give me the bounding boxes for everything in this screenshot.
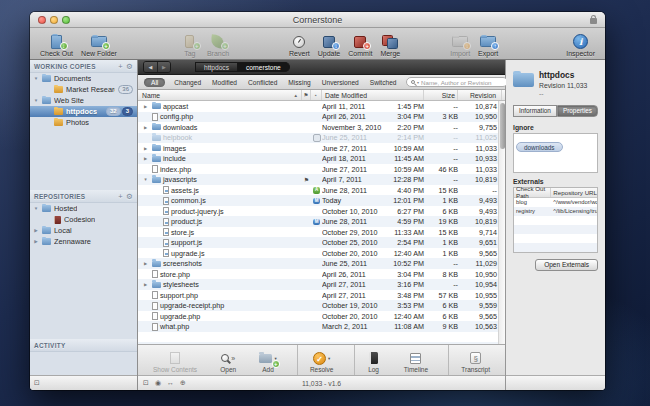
- sidebar-item[interactable]: Local: [30, 225, 137, 236]
- link-icon[interactable]: ⊕: [180, 379, 186, 387]
- breadcrumb-item[interactable]: cornerstone: [238, 62, 290, 72]
- action-button[interactable]: Show Contents: [150, 345, 200, 375]
- table-row[interactable]: upgrade.js October 20, 2010 12:40 AM 1 K…: [138, 248, 505, 259]
- external-row[interactable]: registry ^/lib/Licensing/trunk/p: [514, 207, 597, 216]
- add-repository-button[interactable]: +: [118, 192, 123, 201]
- toolbar-button[interactable]: + New Folder: [77, 28, 121, 59]
- table-row[interactable]: appcast April 11, 2011 1:45 PM -- 10,874: [138, 101, 505, 112]
- table-row[interactable]: store.php April 26, 2011 3:04 PM 8 KB 10…: [138, 269, 505, 280]
- scrollbar-thumb[interactable]: [500, 103, 505, 149]
- toolbar-button[interactable]: i Inspector: [562, 28, 599, 59]
- table-row[interactable]: product.js June 28, 2011 4:59 PM 19 KB 1…: [138, 217, 505, 228]
- back-button[interactable]: ◀: [144, 62, 157, 72]
- column-header-repository-url[interactable]: Repository URL: [551, 189, 597, 196]
- code-icon[interactable]: ↔: [167, 379, 174, 387]
- sidebar-item[interactable]: Codesion: [30, 214, 137, 225]
- sidebar-item[interactable]: Market Research 36: [30, 84, 137, 95]
- toolbar-button[interactable]: Revert: [285, 28, 314, 59]
- add-working-copy-button[interactable]: +: [118, 62, 123, 71]
- disclosure-triangle[interactable]: [142, 146, 149, 151]
- search-input[interactable]: [421, 79, 502, 86]
- toolbar-button[interactable]: + Branch: [203, 28, 233, 59]
- sidebar-item[interactable]: Documents: [30, 73, 137, 84]
- minimize-button[interactable]: [50, 16, 58, 24]
- action-button[interactable]: » Open: [217, 345, 239, 375]
- filter-tab[interactable]: All: [144, 78, 165, 87]
- table-row[interactable]: helpbook June 25, 2011 2:14 PM -- 11,025: [138, 133, 505, 144]
- ignore-patterns-box[interactable]: downloads: [513, 133, 598, 173]
- sidebar-item[interactable]: Photos: [30, 117, 137, 128]
- disclosure-triangle[interactable]: [142, 261, 149, 266]
- column-header-flag-icon[interactable]: ⚑: [302, 90, 311, 100]
- toolbar-button[interactable]: ↓ Check Out: [36, 28, 77, 59]
- table-row[interactable]: screenshots June 25, 2011 10:52 PM -- 11…: [138, 259, 505, 270]
- table-row[interactable]: config.php April 26, 2011 3:04 PM 3 KB 1…: [138, 112, 505, 123]
- breadcrumb-item[interactable]: httpdocs: [195, 62, 238, 72]
- external-row[interactable]: blog ^/www/vendor/wordpre: [514, 198, 597, 207]
- forward-button[interactable]: ▶: [157, 62, 170, 72]
- disclosure-triangle[interactable]: [33, 76, 39, 81]
- table-row[interactable]: upgrade.php October 20, 2010 12:40 AM 6 …: [138, 311, 505, 322]
- ignore-token[interactable]: downloads: [516, 142, 563, 152]
- disclosure-triangle[interactable]: [142, 156, 149, 161]
- vertical-scrollbar[interactable]: [498, 101, 505, 344]
- column-header-date[interactable]: Date Modified: [322, 90, 424, 100]
- toolbar-button[interactable]: ↓ Update: [314, 28, 345, 59]
- repositories-gear-icon[interactable]: ⚙: [126, 192, 133, 201]
- disclosure-triangle[interactable]: [33, 98, 39, 103]
- table-row[interactable]: support.php April 27, 2011 3:48 PM 57 KB…: [138, 290, 505, 301]
- action-button[interactable]: + Add: [256, 345, 279, 375]
- sidebar-item[interactable]: httpdocs 323: [30, 106, 137, 117]
- disclosure-triangle[interactable]: [142, 104, 149, 109]
- disclosure-triangle[interactable]: [142, 125, 149, 130]
- action-button[interactable]: Timeline: [401, 345, 431, 375]
- inspector-tab[interactable]: Properties: [557, 105, 598, 117]
- title-bar[interactable]: Cornerstone: [30, 12, 605, 28]
- filter-tab[interactable]: Unversioned: [320, 78, 361, 87]
- eye-icon[interactable]: ◉: [155, 379, 161, 387]
- table-row[interactable]: downloads November 3, 2010 2:20 PM -- 9,…: [138, 122, 505, 133]
- filter-tab[interactable]: Changed: [172, 78, 203, 87]
- table-row[interactable]: images June 27, 2011 10:59 AM -- 11,033: [138, 143, 505, 154]
- disclosure-triangle[interactable]: [33, 206, 39, 211]
- table-row[interactable]: upgrade-receipt.php October 19, 2010 3:5…: [138, 301, 505, 312]
- sidebar-item[interactable]: Web Site: [30, 95, 137, 106]
- table-row[interactable]: product-jquery.js October 10, 2010 6:27 …: [138, 206, 505, 217]
- table-row[interactable]: assets.js June 28, 2011 4:40 PM 15 KB --: [138, 185, 505, 196]
- action-button[interactable]: ✓ Resolve: [297, 345, 336, 375]
- table-row[interactable]: what.php March 2, 2011 11:08 AM 9 KB 10,…: [138, 322, 505, 333]
- toolbar-button[interactable]: ↑ Export: [474, 28, 502, 59]
- expand-icon[interactable]: ⊡: [143, 379, 149, 387]
- open-externals-button[interactable]: Open Externals: [535, 259, 598, 271]
- column-header-name[interactable]: Name ▲: [138, 90, 302, 100]
- search-field[interactable]: ▾: [406, 77, 508, 88]
- disclosure-triangle[interactable]: [142, 177, 149, 182]
- toolbar-button[interactable]: + Commit: [344, 28, 376, 59]
- table-row[interactable]: common.js Today 12:01 PM 1 KB 9,493: [138, 196, 505, 207]
- disclosure-triangle[interactable]: [142, 282, 149, 287]
- column-header-status-icon[interactable]: ▪: [311, 90, 322, 100]
- search-scope-chevron-icon[interactable]: ▾: [417, 80, 419, 85]
- disclosure-triangle[interactable]: [33, 239, 39, 244]
- working-copies-gear-icon[interactable]: ⚙: [126, 62, 133, 71]
- disclosure-triangle[interactable]: [33, 228, 39, 233]
- table-row[interactable]: store.js October 29, 2010 11:33 AM 15 KB…: [138, 227, 505, 238]
- table-row[interactable]: index.php June 27, 2011 10:59 AM 46 KB 1…: [138, 164, 505, 175]
- table-row[interactable]: include April 18, 2011 11:45 AM -- 10,93…: [138, 154, 505, 165]
- toolbar-button[interactable]: Merge: [376, 28, 404, 59]
- toolbar-button[interactable]: ↓ Import: [446, 28, 474, 59]
- filter-tab[interactable]: Missing: [286, 78, 312, 87]
- column-header-size[interactable]: Size: [424, 90, 458, 100]
- close-button[interactable]: [38, 16, 46, 24]
- sidebar-item[interactable]: Zennaware: [30, 236, 137, 247]
- toolbar-button[interactable]: + Tag: [177, 28, 203, 59]
- table-row[interactable]: support.js October 25, 2010 2:54 PM 1 KB…: [138, 238, 505, 249]
- sidebar-item[interactable]: Hosted: [30, 203, 137, 214]
- action-button[interactable]: § Transcript: [448, 345, 493, 375]
- zoom-button[interactable]: [62, 16, 70, 24]
- filter-tab[interactable]: Switched: [368, 78, 399, 87]
- action-button[interactable]: Log: [354, 345, 384, 375]
- table-row[interactable]: stylesheets April 27, 2011 3:16 PM -- 10…: [138, 280, 505, 291]
- inspector-tab[interactable]: Information: [513, 105, 557, 117]
- sidebar-mode-icon[interactable]: ⊡: [34, 379, 40, 387]
